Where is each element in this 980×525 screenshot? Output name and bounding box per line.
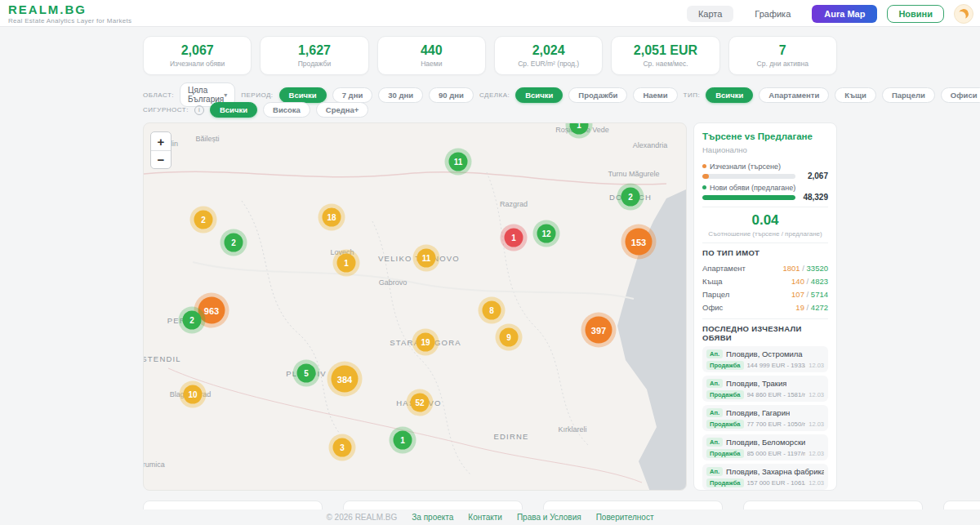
type-row-3: Офис19 / 4272	[702, 300, 828, 314]
filter-pill-period-2[interactable]: 30 дни	[378, 87, 423, 103]
map-marker[interactable]: 11	[449, 153, 468, 171]
type-values: 107 / 5714	[791, 290, 828, 299]
demand-label: Изчезнали (търсене)	[710, 162, 781, 171]
filter-pill-type-4[interactable]: Офиси	[941, 87, 980, 103]
filter-pill-period-0[interactable]: Всички	[279, 87, 327, 103]
divider	[702, 242, 828, 243]
stat-label: Наеми	[421, 60, 442, 68]
type-supply-value: 33520	[807, 264, 828, 273]
filter-pill-type-2[interactable]: Къщи	[835, 87, 876, 103]
demand-legend: Изчезнали (търсене)	[702, 161, 828, 171]
recent-heading: ПОСЛЕДНО ИЗЧЕЗНАЛИ ОБЯВИ	[702, 324, 828, 342]
type-demand-value: 19	[795, 303, 804, 312]
filter-pill-certainty-0[interactable]: Всички	[210, 102, 257, 118]
demand-bar-row: 2,067	[702, 171, 828, 180]
type-demand-value: 140	[791, 277, 804, 286]
supply-bar-fill	[702, 195, 795, 200]
filter-pill-type-0[interactable]: Всички	[706, 87, 753, 103]
sidebar-scope: Национално	[702, 145, 828, 154]
news-button[interactable]: Новини	[887, 5, 944, 23]
theme-toggle-button[interactable]	[954, 4, 973, 24]
type-separator: /	[800, 264, 807, 273]
by-type-heading: ПО ТИП ИМОТ	[702, 248, 828, 257]
property-type-badge: Ап.	[706, 408, 723, 417]
map-marker[interactable]: 2	[621, 188, 640, 207]
footer-link-1[interactable]: Контакти	[468, 513, 502, 522]
map-marker[interactable]: 18	[323, 208, 341, 227]
map-marker[interactable]: 963	[198, 297, 225, 324]
map-marker[interactable]: 9	[500, 328, 519, 347]
listing-item-0[interactable]: Ап.Пловдив, ОстромилаПродажба144 999 EUR…	[702, 346, 828, 372]
aura-map-button[interactable]: Aura Map	[812, 5, 877, 23]
filter-pill-deal-2[interactable]: Наеми	[633, 87, 677, 103]
map-terrain	[144, 123, 687, 491]
filter-pill-certainty-2[interactable]: Средна+	[316, 102, 369, 118]
map-marker[interactable]: 5	[297, 364, 316, 383]
listing-item-4[interactable]: Ап.Пловдив, Захарна фабрикаПродажба157 0…	[702, 464, 828, 490]
map-city-label: Alexandria	[633, 141, 668, 149]
supply-legend: Нови обяви (предлагане)	[702, 182, 828, 193]
map-marker[interactable]: 11	[417, 249, 436, 268]
map-marker[interactable]: 153	[626, 229, 653, 256]
map-marker[interactable]: 12	[537, 225, 556, 243]
listing-line2: Продажба77 700 EUR - 1050/m² 74 m²12.03	[706, 419, 824, 429]
type-supply-value: 4272	[811, 303, 828, 312]
zoom-out-button[interactable]: −	[151, 150, 171, 168]
logo-block[interactable]: REALM.BG Real Estate Analytics Layer for…	[8, 2, 131, 24]
divider	[702, 207, 828, 207]
listing-date: 12.03	[808, 362, 824, 369]
deal-type-badge: Продажба	[706, 420, 744, 429]
chevron-down-icon: ▾	[224, 91, 227, 99]
type-demand-value: 107	[791, 290, 804, 299]
footer-link-0[interactable]: За проекта	[412, 513, 453, 522]
filter-pill-type-1[interactable]: Апартаменти	[759, 87, 829, 103]
nav-tab-map[interactable]: Карта	[687, 6, 733, 22]
map-marker[interactable]: 1	[505, 229, 523, 247]
map-marker[interactable]: 2	[194, 211, 213, 229]
map-marker[interactable]: 384	[332, 366, 359, 393]
listing-date: 12.03	[808, 479, 824, 487]
map-marker[interactable]: 8	[483, 301, 501, 320]
map-marker[interactable]: 2	[225, 234, 243, 252]
nav-tab-chart[interactable]: Графика	[743, 6, 802, 22]
filter-pill-deal-1[interactable]: Продажби	[568, 87, 627, 103]
stat-value: 440	[421, 43, 443, 58]
listing-title: Пловдив, Беломорски	[726, 438, 805, 447]
filter-pill-period-1[interactable]: 7 дни	[332, 87, 373, 103]
filter-pill-period-3[interactable]: 90 дни	[429, 87, 474, 103]
filter-pill-deal-0[interactable]: Всички	[515, 87, 563, 103]
type-separator: /	[804, 277, 811, 286]
zoom-in-button[interactable]: +	[151, 132, 171, 150]
map-marker[interactable]: 1	[337, 254, 356, 273]
app-logo: REALM.BG	[8, 2, 131, 16]
listing-line1: Ап.Пловдив, Беломорски	[706, 437, 824, 447]
property-type-badge: Ап.	[706, 379, 723, 388]
map-zoom-control: + −	[150, 131, 172, 169]
map-canvas[interactable]: + − VidinBăileștiRoșiorii de VedeAlexand…	[143, 122, 687, 491]
listing-item-3[interactable]: Ап.Пловдив, БеломорскиПродажба85 000 EUR…	[702, 434, 828, 460]
supply-value: 48,329	[800, 193, 828, 202]
map-marker[interactable]: 3	[333, 438, 352, 457]
filter-label-type: ТИП:	[684, 91, 701, 99]
map-marker[interactable]: 397	[586, 317, 612, 344]
info-icon[interactable]: i	[194, 105, 204, 115]
footer-link-3[interactable]: Поверителност	[596, 513, 654, 522]
map-marker[interactable]: 52	[411, 394, 430, 412]
listing-item-2[interactable]: Ап.Пловдив, ГагаринПродажба77 700 EUR - …	[702, 405, 828, 431]
type-label: Апартамент	[702, 264, 746, 273]
listing-line1: Ап.Пловдив, Гагарин	[706, 407, 824, 418]
footer-link-2[interactable]: Права и Условия	[517, 513, 581, 522]
type-label: Офис	[702, 303, 723, 312]
filter-pill-type-3[interactable]: Парцели	[882, 87, 935, 103]
main-nav: Карта Графика Aura Map Новини	[687, 0, 973, 27]
type-values: 140 / 4823	[791, 277, 828, 286]
property-type-badge: Ап.	[706, 349, 723, 358]
filter-pill-certainty-1[interactable]: Висока	[263, 102, 310, 118]
map-marker[interactable]: 1	[394, 431, 412, 450]
listing-item-1[interactable]: Ап.Пловдив, ТракияПродажба94 860 EUR - 1…	[702, 376, 828, 402]
map-marker[interactable]: 10	[184, 385, 203, 404]
map-city-label: Kırklareli	[558, 425, 586, 434]
map-marker[interactable]: 2	[183, 311, 202, 330]
listing-line1: Ап.Пловдив, Остромила	[706, 349, 824, 359]
map-marker[interactable]: 19	[416, 333, 435, 352]
